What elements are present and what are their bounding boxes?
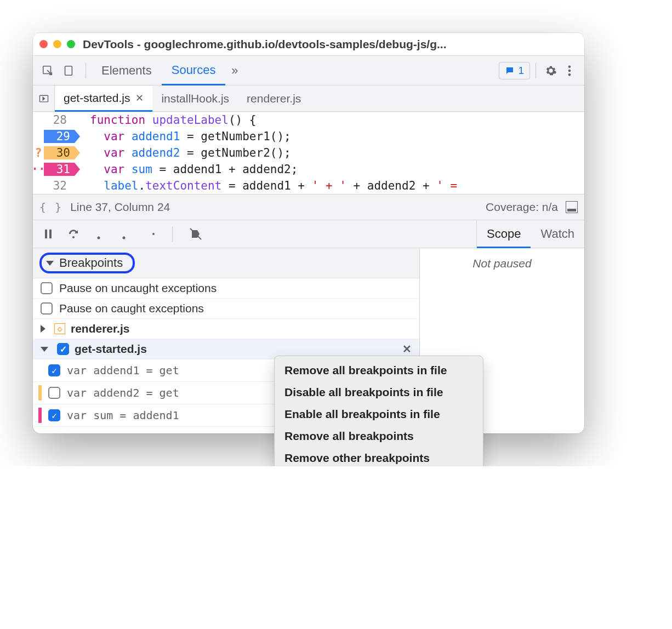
line-number-breakpoint[interactable]: 29 — [44, 130, 75, 143]
breakpoint-stripe — [38, 385, 42, 401]
lower-panels: Breakpoints Pause on uncaught exceptions… — [33, 248, 584, 433]
checkbox-checked[interactable] — [57, 343, 69, 355]
pause-caught-row[interactable]: Pause on caught exceptions — [33, 299, 419, 319]
svg-point-11 — [152, 233, 155, 235]
code-line: ?29 var addend1 = getNumber1(); — [33, 128, 584, 145]
breakpoints-panel: Breakpoints Pause on uncaught exceptions… — [33, 248, 420, 433]
navigator-toggle-icon[interactable] — [33, 85, 55, 111]
ctx-remove-all-in-file[interactable]: Remove all breakpoints in file — [275, 359, 483, 381]
close-tab-icon[interactable]: ✕ — [135, 92, 144, 104]
debug-controls — [33, 220, 477, 248]
line-number: 28 — [53, 112, 75, 128]
line-number: 32 — [53, 178, 75, 194]
main-toolbar: Elements Sources » 1 — [33, 56, 584, 85]
file-tab-label: get-started.js — [64, 92, 130, 105]
breakpoints-label: Breakpoints — [59, 256, 123, 270]
line-number-breakpoint[interactable]: 30 — [44, 146, 75, 159]
coverage-icon[interactable] — [566, 201, 578, 213]
svg-point-9 — [98, 237, 100, 239]
kebab-menu-icon[interactable] — [560, 65, 579, 77]
file-label: get-started.js — [75, 342, 147, 356]
close-window-button[interactable] — [39, 40, 48, 48]
settings-icon[interactable] — [542, 65, 560, 77]
step-into-icon[interactable] — [91, 226, 106, 242]
more-tabs-icon[interactable]: » — [225, 61, 244, 80]
breakpoint-context-menu: Remove all breakpoints in file Disable a… — [274, 356, 483, 466]
step-icon[interactable] — [141, 226, 157, 242]
tab-watch[interactable]: Watch — [531, 220, 584, 248]
tab-elements[interactable]: Elements — [92, 56, 162, 85]
feedback-count: 1 — [518, 65, 524, 77]
pretty-print-icon[interactable]: { } — [39, 201, 62, 214]
divider — [172, 226, 173, 242]
code-editor[interactable]: 28 function updateLabel() { ?29 var adde… — [33, 112, 584, 194]
breakpoint-code: var addend2 = get — [67, 386, 179, 399]
breakpoints-highlight: Breakpoints — [39, 253, 135, 273]
chevron-down-icon — [46, 261, 54, 266]
ctx-remove-all[interactable]: Remove all breakpoints — [275, 425, 483, 447]
pause-uncaught-label: Pause on uncaught exceptions — [59, 282, 217, 295]
svg-point-2 — [568, 65, 571, 68]
inspect-icon[interactable] — [38, 61, 57, 80]
svg-point-8 — [72, 236, 75, 238]
ctx-remove-other[interactable]: Remove other breakpoints — [275, 447, 483, 466]
pause-uncaught-row[interactable]: Pause on uncaught exceptions — [33, 278, 419, 299]
svg-point-3 — [568, 69, 571, 72]
tab-scope[interactable]: Scope — [477, 220, 531, 248]
code-line: ··31 var sum = addend1 + addend2; — [33, 161, 584, 178]
file-tab-get-started[interactable]: get-started.js ✕ — [55, 86, 152, 112]
device-toggle-icon[interactable] — [59, 61, 78, 80]
breakpoints-section-header[interactable]: Breakpoints — [33, 248, 419, 278]
svg-point-4 — [568, 73, 571, 76]
svg-rect-7 — [49, 230, 52, 238]
breakpoint-mark: ·· — [33, 163, 44, 176]
file-label: renderer.js — [71, 322, 129, 335]
file-tab-installhook[interactable]: installHook.js — [152, 85, 238, 111]
pause-caught-label: Pause on caught exceptions — [59, 302, 204, 315]
breakpoint-code: var addend1 = get — [67, 364, 179, 377]
file-tab-renderer[interactable]: renderer.js — [238, 85, 310, 111]
titlebar: DevTools - googlechrome.github.io/devtoo… — [33, 33, 584, 56]
code-line: 32 label.textContent = addend1 + ' + ' +… — [33, 178, 584, 194]
checkbox-checked[interactable] — [48, 409, 60, 421]
feedback-button[interactable]: 1 — [499, 62, 530, 79]
devtools-window: DevTools - googlechrome.github.io/devtoo… — [33, 33, 584, 433]
checkbox-unchecked[interactable] — [41, 282, 53, 294]
ctx-disable-all-in-file[interactable]: Disable all breakpoints in file — [275, 381, 483, 403]
ctx-enable-all-in-file[interactable]: Enable all breakpoints in file — [275, 403, 483, 425]
step-over-icon[interactable] — [66, 226, 81, 242]
file-group-renderer[interactable]: ◇ renderer.js — [33, 319, 419, 339]
svg-rect-6 — [45, 230, 47, 238]
svg-point-10 — [123, 237, 126, 239]
divider — [86, 63, 86, 78]
svg-rect-1 — [65, 66, 72, 75]
tab-sources[interactable]: Sources — [162, 56, 226, 85]
step-out-icon[interactable] — [116, 226, 132, 242]
code-line: 28 function updateLabel() { — [33, 112, 584, 128]
pause-icon[interactable] — [41, 226, 56, 242]
breakpoint-mark: ? — [33, 146, 44, 159]
cursor-position: Line 37, Column 24 — [70, 201, 170, 214]
maximize-window-button[interactable] — [67, 40, 75, 48]
minimize-window-button[interactable] — [53, 40, 61, 48]
checkbox-unchecked[interactable] — [41, 302, 53, 314]
debug-bar: Scope Watch — [33, 220, 584, 248]
breakpoint-stripe — [38, 408, 42, 423]
js-file-icon: ◇ — [54, 323, 65, 334]
remove-group-icon[interactable]: ✕ — [402, 342, 412, 356]
coverage-label: Coverage: n/a — [486, 201, 558, 214]
chevron-down-icon — [41, 347, 48, 352]
file-group-getstarted[interactable]: get-started.js ✕ Remove all breakpoints … — [33, 339, 419, 359]
checkbox-unchecked[interactable] — [48, 387, 60, 399]
breakpoint-code: var sum = addend1 — [67, 409, 179, 422]
chevron-right-icon — [41, 325, 45, 333]
line-number-breakpoint[interactable]: 31 — [44, 163, 75, 176]
deactivate-breakpoints-icon[interactable] — [188, 226, 203, 242]
window-controls — [39, 40, 75, 48]
window-title: DevTools - googlechrome.github.io/devtoo… — [83, 38, 447, 51]
code-line: ?30 var addend2 = getNumber2(); — [33, 145, 584, 161]
scope-watch-tabs: Scope Watch — [477, 220, 584, 248]
checkbox-checked[interactable] — [48, 364, 60, 376]
editor-statusbar: { } Line 37, Column 24 Coverage: n/a — [33, 194, 584, 220]
divider — [536, 63, 536, 78]
